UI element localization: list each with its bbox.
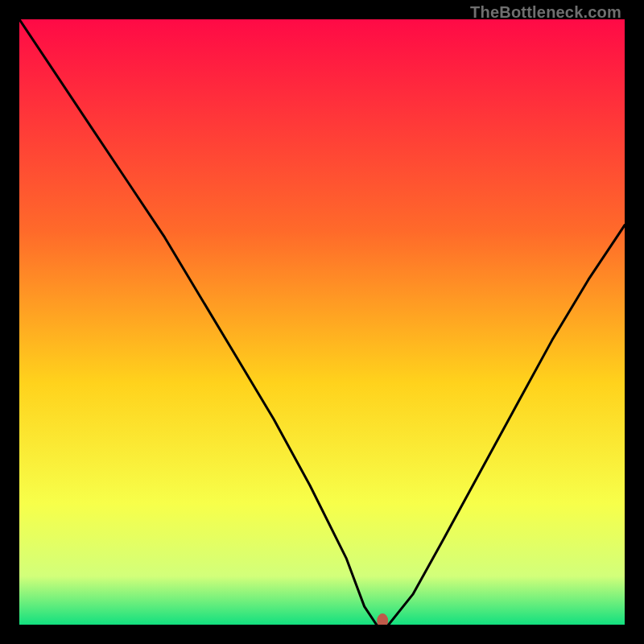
chart-frame bbox=[19, 19, 625, 625]
gradient-background bbox=[19, 19, 625, 625]
bottleneck-chart bbox=[19, 19, 625, 625]
watermark-text: TheBottleneck.com bbox=[470, 3, 621, 22]
